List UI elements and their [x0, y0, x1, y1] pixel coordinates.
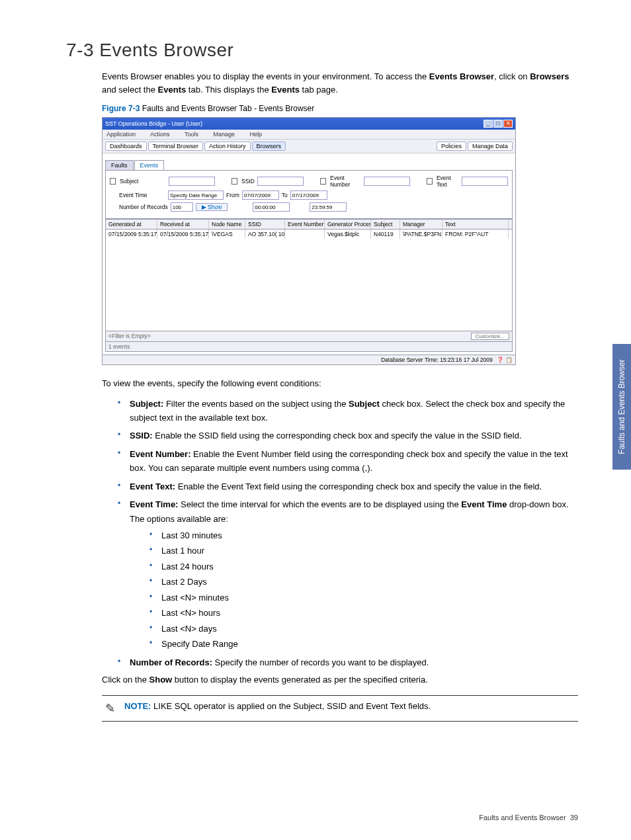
- col-manager[interactable]: Manager: [400, 220, 442, 229]
- close-button[interactable]: ✕: [503, 120, 513, 128]
- menu-tools[interactable]: Tools: [185, 131, 205, 138]
- ssid-checkbox[interactable]: [231, 178, 237, 185]
- list-item: Specify Date Range: [149, 637, 578, 651]
- filter-empty-text: <Filter is Empty>: [108, 333, 151, 340]
- list-item: Last 1 hour: [149, 544, 578, 558]
- status-icon: ❓ 📋: [497, 357, 513, 363]
- list-item: Last <N> hours: [149, 606, 578, 620]
- terminal-button[interactable]: Terminal Browser: [148, 142, 204, 151]
- bullet-list: Subject: Filter the events based on the …: [118, 397, 578, 669]
- col-node[interactable]: Node Name: [209, 220, 245, 229]
- list-item: SSID: Enable the SSID field using the co…: [118, 429, 578, 442]
- t: button to display the events generated a…: [172, 675, 428, 685]
- figure-caption-text: Faults and Events Browser Tab - Events B…: [140, 104, 314, 113]
- subject-input[interactable]: [169, 177, 215, 186]
- show-button[interactable]: ▶ Show: [196, 203, 228, 211]
- events-count-line: 1 events: [105, 342, 513, 352]
- note-text: NOTE: LIKE SQL operator is applied on th…: [124, 701, 431, 716]
- from-date-input[interactable]: [242, 190, 279, 200]
- cell: 07/15/2009 5:35:17 AM: [106, 230, 157, 239]
- t: Enable the Event Number field using the …: [130, 449, 568, 473]
- b: Event Time: [461, 499, 507, 509]
- t: Enable the Event Text field using the co…: [175, 482, 542, 491]
- grid-header: Generated at Received at Node Name SSID …: [105, 219, 513, 230]
- figure-caption: Figure 7-3 Faults and Events Browser Tab…: [102, 104, 578, 113]
- to-time-input[interactable]: [310, 202, 347, 212]
- browsers-button[interactable]: Browsers: [252, 142, 286, 151]
- col-subject[interactable]: Subject: [371, 220, 400, 229]
- policies-button[interactable]: Policies: [437, 142, 466, 151]
- menu-help[interactable]: Help: [249, 131, 269, 138]
- maximize-button[interactable]: □: [493, 120, 503, 128]
- history-button[interactable]: Action History: [204, 142, 251, 151]
- dashboards-button[interactable]: Dashboards: [105, 142, 147, 151]
- table-row[interactable]: 07/15/2009 5:35:17 AM 07/15/2009 5:35:17…: [105, 230, 513, 239]
- list-item: Last 2 Days: [149, 575, 578, 589]
- eventtime-select[interactable]: [168, 190, 224, 200]
- intro-text: Events Browser enables you to display th…: [102, 71, 429, 81]
- menu-application[interactable]: Application: [106, 131, 142, 138]
- sub-list: Last 30 minutes Last 1 hour Last 24 hour…: [149, 528, 578, 651]
- cell: N40119: [371, 230, 400, 239]
- page-footer: Faults and Events Browser 39: [479, 814, 578, 821]
- eventtext-checkbox[interactable]: [427, 178, 433, 185]
- intro-bold: Events: [271, 85, 300, 95]
- to-label: To: [282, 192, 288, 198]
- intro-text: tab. This displays the: [186, 85, 271, 95]
- intro-bold: Browsers: [530, 71, 569, 81]
- note-icon: ✎: [102, 701, 118, 716]
- tab-faults[interactable]: Faults: [105, 160, 134, 170]
- footer-text: Faults and Events Browser: [479, 814, 566, 821]
- t: Select the time interval for which the e…: [178, 499, 461, 509]
- from-time-input[interactable]: [253, 202, 290, 212]
- col-ssid[interactable]: SSID: [245, 220, 285, 229]
- menu-actions[interactable]: Actions: [150, 131, 177, 138]
- note-body: LIKE SQL operator is applied on the Subj…: [151, 701, 431, 711]
- col-genproc[interactable]: Generator Process: [325, 220, 371, 229]
- subject-label: Subject: [120, 178, 166, 185]
- numrecords-input[interactable]: [171, 202, 193, 212]
- toolbar: Dashboards Terminal Browser Action Histo…: [103, 139, 515, 153]
- b: Show: [149, 675, 173, 685]
- col-text[interactable]: Text: [442, 220, 509, 229]
- list-item: Last 24 hours: [149, 560, 578, 573]
- list-item: Number of Records: Specify the number of…: [118, 655, 578, 669]
- ssid-input[interactable]: [257, 177, 304, 186]
- eventtime-label: Event Time: [119, 192, 165, 198]
- col-eventnum[interactable]: Event Number: [285, 220, 325, 229]
- subject-checkbox[interactable]: [110, 178, 116, 185]
- eventnumber-input[interactable]: [364, 177, 410, 186]
- b: Number of Records:: [130, 657, 212, 667]
- page-number: 39: [570, 814, 578, 821]
- menu-manage[interactable]: Manage: [213, 131, 241, 138]
- col-generated[interactable]: Generated at: [106, 220, 157, 229]
- minimize-button[interactable]: _: [484, 120, 493, 128]
- window-title: SST Operations Bridge - User (User): [105, 120, 202, 127]
- col-received[interactable]: Received at: [157, 220, 209, 229]
- intro-text: , click on: [494, 71, 530, 81]
- managedata-button[interactable]: Manage Data: [468, 142, 513, 151]
- cell: Vegas.$ktplc: [325, 230, 371, 239]
- list-item: Subject: Filter the events based on the …: [118, 397, 578, 425]
- b: Event Number:: [130, 449, 190, 459]
- intro-paragraph: Events Browser enables you to display th…: [102, 70, 578, 96]
- window-controls: _□✕: [483, 120, 513, 128]
- eventnumber-checkbox[interactable]: [320, 178, 326, 185]
- tab-events[interactable]: Events: [134, 160, 165, 170]
- list-item: Last <N> minutes: [149, 591, 578, 605]
- eventtext-label: Event Text: [437, 175, 459, 188]
- t: Filter the events based on the subject u…: [163, 399, 349, 409]
- customize-button[interactable]: Customize...: [471, 333, 509, 340]
- cell: \PATNE.$P3FN: [400, 230, 442, 239]
- list-item: Event Time: Select the time interval for…: [118, 497, 578, 651]
- list-item: Event Text: Enable the Event Text field …: [118, 480, 578, 493]
- eventtext-input[interactable]: [462, 177, 508, 186]
- cell: 07/15/2009 5:35:17 AM: [157, 230, 209, 239]
- eventnumber-label: Event Number: [330, 175, 361, 188]
- section-heading: 7-3 Events Browser: [66, 40, 578, 61]
- server-time: Database Server Time: 15:23:16 17 Jul 20…: [381, 357, 493, 363]
- cell: FROM: P2F"AUT: [442, 230, 509, 239]
- side-tab: Faults and Events Browser: [612, 344, 631, 470]
- to-date-input[interactable]: [290, 190, 327, 200]
- filter-status-line: <Filter is Empty> Customize...: [105, 331, 513, 342]
